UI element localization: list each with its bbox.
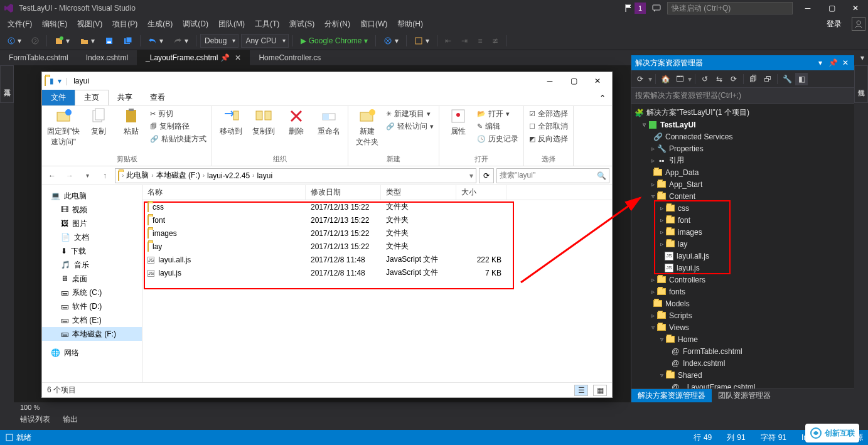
menu-view[interactable]: 视图(V): [72, 18, 107, 31]
tree-node[interactable]: ▹Scripts: [631, 309, 854, 321]
save-all-button[interactable]: [120, 34, 136, 48]
delete-button[interactable]: 删除: [281, 107, 311, 137]
comment-button[interactable]: ≡: [474, 34, 486, 48]
tree-node[interactable]: ▹css: [631, 202, 854, 214]
browser-link-button[interactable]: ▾: [380, 34, 402, 48]
feedback-icon[interactable]: [652, 4, 661, 13]
col-name[interactable]: 名称: [142, 185, 306, 200]
sign-in-button[interactable]: 登录: [820, 18, 848, 31]
nav-this-pc[interactable]: 💻此电脑: [42, 189, 142, 203]
start-debug-button[interactable]: ▶ Google Chrome ▾: [297, 34, 372, 48]
menu-tools[interactable]: 工具(T): [250, 18, 284, 31]
output-tab[interactable]: 输出: [56, 413, 84, 426]
details-view-button[interactable]: ☰: [574, 385, 588, 396]
tree-node-solution[interactable]: 🧩解决方案"TestLayUI"(1 个项目): [631, 107, 854, 119]
refresh-button[interactable]: ⟳: [479, 168, 494, 183]
show-all-files-icon[interactable]: 🗐: [747, 73, 759, 85]
maximize-button[interactable]: ▢: [562, 73, 586, 88]
menu-debug[interactable]: 调试(D): [178, 18, 213, 31]
solution-search-input[interactable]: 搜索解决方案资源管理器(Ctrl+;): [631, 88, 854, 104]
column-headers[interactable]: 名称 修改日期 类型 大小: [142, 185, 612, 200]
thumbnails-view-button[interactable]: ▦: [593, 385, 607, 396]
menu-file[interactable]: 文件(F): [3, 18, 37, 31]
tree-node[interactable]: ▿Shared: [631, 369, 854, 381]
tree-node[interactable]: ▿Home: [631, 333, 854, 345]
invert-selection-button[interactable]: ◩ 反向选择: [528, 132, 569, 145]
tree-node[interactable]: ▹lay: [631, 238, 854, 250]
edit-button[interactable]: ✎ 编辑: [476, 120, 520, 132]
nav-item[interactable]: 🖼图片: [42, 217, 142, 230]
solution-explorer-header[interactable]: 解决方案资源管理器 ▾ 📌 ✕: [631, 55, 854, 70]
copy-to-button[interactable]: 复制到: [249, 107, 279, 137]
col-type[interactable]: 类型: [381, 185, 456, 200]
tab-homecontroller[interactable]: HomeController.cs: [250, 50, 330, 65]
breadcrumb[interactable]: layui: [257, 171, 272, 180]
uncomment-button[interactable]: ≢: [488, 34, 502, 48]
copy-button[interactable]: 复制: [83, 107, 114, 137]
breadcrumb[interactable]: 本地磁盘 (F:): [156, 170, 200, 181]
nav-network[interactable]: 🌐网络: [42, 346, 142, 360]
nav-item[interactable]: 🖥桌面: [42, 272, 142, 286]
move-to-button[interactable]: 移动到: [216, 107, 246, 137]
home-icon[interactable]: 🏠: [659, 73, 672, 85]
tree-node[interactable]: @_LayoutFrame.cshtml: [631, 381, 854, 389]
tabs-overflow-button[interactable]: ▾: [857, 50, 868, 65]
menu-build[interactable]: 生成(B): [142, 18, 178, 31]
minimize-button[interactable]: ─: [799, 2, 817, 14]
file-row[interactable]: images2017/12/13 15:22文件夹: [142, 227, 612, 240]
tool-icon-3[interactable]: ⇥: [458, 34, 471, 48]
explorer-nav-pane[interactable]: 💻此电脑 🎞视频 🖼图片 📄文档 ⬇下载 🎵音乐 🖥桌面 🖴系统 (C:) 🖴软…: [42, 185, 142, 382]
ribbon-tab-file[interactable]: 文件: [42, 90, 75, 105]
nav-back-button[interactable]: ▾: [4, 34, 25, 48]
nav-item[interactable]: 🖴文档 (E:): [42, 313, 142, 327]
new-folder-button[interactable]: 新建 文件夹: [352, 107, 382, 147]
history-button[interactable]: 🕓 历史记录: [476, 132, 520, 145]
open-button[interactable]: 📂 打开 ▾: [476, 107, 520, 120]
qat-icon[interactable]: ▾: [58, 77, 62, 85]
minimize-button[interactable]: ─: [538, 73, 562, 88]
tree-node[interactable]: ▹🔧Properties: [631, 142, 854, 154]
show-all-icon[interactable]: ⟳: [727, 73, 740, 85]
tree-node-project[interactable]: ▿TestLayUI: [631, 119, 854, 131]
menu-window[interactable]: 窗口(W): [355, 18, 392, 31]
tree-node[interactable]: ▹App_Start: [631, 178, 854, 190]
breadcrumb[interactable]: layui-v2.2.45: [207, 171, 250, 180]
redo-button[interactable]: ▾: [169, 34, 192, 48]
nav-item[interactable]: 🖴系统 (C:): [42, 286, 142, 299]
close-tab-icon[interactable]: ✕: [235, 53, 241, 62]
tab-team-explorer[interactable]: 团队资源管理器: [712, 389, 777, 402]
tab-formtable[interactable]: FormTable.cshtml: [0, 50, 77, 65]
copy-path-button[interactable]: 🗐 复制路径: [149, 120, 208, 132]
pane-dropdown-icon[interactable]: ▾: [815, 58, 825, 68]
close-button[interactable]: ✕: [586, 73, 609, 88]
tree-node[interactable]: ▹images: [631, 226, 854, 238]
nav-item[interactable]: 🎵音乐: [42, 258, 142, 272]
ribbon-tab-share[interactable]: 共享: [109, 90, 141, 105]
tree-node[interactable]: ▹▪▪引用: [631, 154, 854, 166]
properties-pane-tab[interactable]: 属性: [854, 65, 868, 103]
properties-button[interactable]: 属性: [443, 107, 473, 137]
tree-node[interactable]: JSlayui.js: [631, 262, 854, 274]
new-item-button[interactable]: ✳ 新建项目 ▾: [385, 107, 435, 120]
ribbon-tab-home[interactable]: 主页: [75, 90, 109, 105]
tree-node[interactable]: ▹Controllers: [631, 274, 854, 286]
pane-close-icon[interactable]: ✕: [840, 58, 850, 68]
quick-launch-input[interactable]: 快速启动 (Ctrl+Q): [667, 2, 793, 14]
tree-node[interactable]: Models: [631, 298, 854, 309]
nav-up-button[interactable]: ↑: [97, 168, 112, 183]
pin-to-quick-access-button[interactable]: 固定到"快 速访问": [46, 107, 81, 147]
ribbon-tab-view[interactable]: 查看: [141, 90, 174, 105]
tree-node-content[interactable]: ▿Content: [631, 190, 854, 202]
explorer-search-input[interactable]: 搜索"layui"🔍: [496, 168, 609, 183]
file-row[interactable]: JSlayui.all.js2017/12/8 11:48JavaScript …: [142, 253, 612, 266]
refresh-icon[interactable]: ↺: [699, 73, 711, 85]
close-button[interactable]: ✕: [847, 2, 864, 14]
undo-button[interactable]: ▾: [144, 34, 167, 48]
breadcrumb-bar[interactable]: ›此电脑 ›本地磁盘 (F:) ›layui-v2.2.45 ›layui ▾: [115, 168, 476, 183]
tab-solution-explorer[interactable]: 解决方案资源管理器: [631, 389, 712, 402]
file-row[interactable]: font2017/12/13 15:22文件夹: [142, 213, 612, 227]
zoom-level[interactable]: 100 %: [14, 402, 46, 412]
flag-icon[interactable]: 1: [624, 3, 646, 14]
nav-item[interactable]: 🖴软件 (D:): [42, 299, 142, 313]
collapse-icon[interactable]: ⇆: [713, 73, 726, 85]
